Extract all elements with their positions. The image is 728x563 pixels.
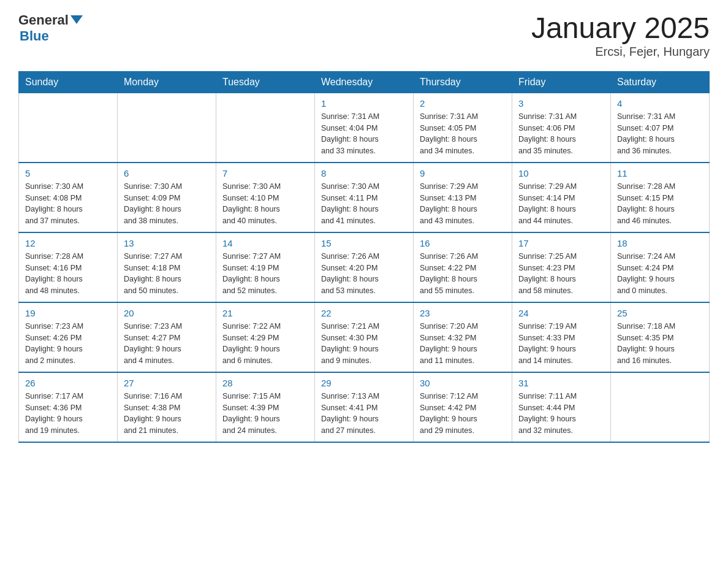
calendar-cell: 19Sunrise: 7:23 AM Sunset: 4:26 PM Dayli… bbox=[19, 302, 118, 372]
weekday-header-friday: Friday bbox=[512, 71, 611, 93]
day-info: Sunrise: 7:26 AM Sunset: 4:20 PM Dayligh… bbox=[321, 251, 407, 297]
day-number: 5 bbox=[25, 168, 111, 178]
page-header: General Blue January 2025 Ercsi, Fejer, … bbox=[18, 12, 710, 59]
calendar-cell: 4Sunrise: 7:31 AM Sunset: 4:07 PM Daylig… bbox=[611, 93, 710, 163]
day-info: Sunrise: 7:23 AM Sunset: 4:27 PM Dayligh… bbox=[124, 321, 210, 367]
calendar-cell: 8Sunrise: 7:30 AM Sunset: 4:11 PM Daylig… bbox=[315, 163, 414, 232]
day-info: Sunrise: 7:23 AM Sunset: 4:26 PM Dayligh… bbox=[25, 321, 111, 367]
day-number: 16 bbox=[420, 238, 506, 248]
calendar-cell: 1Sunrise: 7:31 AM Sunset: 4:04 PM Daylig… bbox=[315, 93, 414, 163]
calendar-cell: 23Sunrise: 7:20 AM Sunset: 4:32 PM Dayli… bbox=[414, 302, 512, 372]
day-number: 10 bbox=[518, 168, 604, 178]
day-number: 13 bbox=[124, 238, 210, 248]
day-info: Sunrise: 7:21 AM Sunset: 4:30 PM Dayligh… bbox=[321, 321, 407, 367]
weekday-header-monday: Monday bbox=[118, 71, 216, 93]
logo: General Blue bbox=[18, 12, 83, 44]
logo-blue-text: Blue bbox=[20, 28, 49, 44]
day-info: Sunrise: 7:30 AM Sunset: 4:09 PM Dayligh… bbox=[124, 181, 210, 227]
day-info: Sunrise: 7:31 AM Sunset: 4:05 PM Dayligh… bbox=[420, 111, 506, 157]
day-info: Sunrise: 7:15 AM Sunset: 4:39 PM Dayligh… bbox=[222, 391, 308, 437]
calendar-header: SundayMondayTuesdayWednesdayThursdayFrid… bbox=[19, 71, 710, 93]
day-info: Sunrise: 7:31 AM Sunset: 4:07 PM Dayligh… bbox=[617, 111, 703, 157]
day-number: 27 bbox=[124, 378, 210, 388]
day-number: 8 bbox=[321, 168, 407, 178]
calendar-cell: 24Sunrise: 7:19 AM Sunset: 4:33 PM Dayli… bbox=[512, 302, 611, 372]
day-info: Sunrise: 7:13 AM Sunset: 4:41 PM Dayligh… bbox=[321, 391, 407, 437]
day-info: Sunrise: 7:12 AM Sunset: 4:42 PM Dayligh… bbox=[420, 391, 506, 437]
day-info: Sunrise: 7:24 AM Sunset: 4:24 PM Dayligh… bbox=[617, 251, 703, 297]
day-info: Sunrise: 7:19 AM Sunset: 4:33 PM Dayligh… bbox=[518, 321, 604, 367]
weekday-header-saturday: Saturday bbox=[611, 71, 710, 93]
calendar-body: 1Sunrise: 7:31 AM Sunset: 4:04 PM Daylig… bbox=[19, 93, 710, 442]
day-info: Sunrise: 7:29 AM Sunset: 4:13 PM Dayligh… bbox=[420, 181, 506, 227]
day-number: 4 bbox=[617, 98, 703, 109]
calendar-cell: 18Sunrise: 7:24 AM Sunset: 4:24 PM Dayli… bbox=[611, 232, 710, 302]
weekday-header-sunday: Sunday bbox=[19, 71, 118, 93]
day-number: 3 bbox=[518, 98, 604, 109]
calendar-cell: 9Sunrise: 7:29 AM Sunset: 4:13 PM Daylig… bbox=[414, 163, 512, 232]
day-info: Sunrise: 7:30 AM Sunset: 4:08 PM Dayligh… bbox=[25, 181, 111, 227]
calendar-cell: 27Sunrise: 7:16 AM Sunset: 4:38 PM Dayli… bbox=[118, 372, 216, 442]
day-info: Sunrise: 7:11 AM Sunset: 4:44 PM Dayligh… bbox=[518, 391, 604, 437]
calendar-cell: 7Sunrise: 7:30 AM Sunset: 4:10 PM Daylig… bbox=[216, 163, 315, 232]
calendar-cell: 15Sunrise: 7:26 AM Sunset: 4:20 PM Dayli… bbox=[315, 232, 414, 302]
calendar-subtitle: Ercsi, Fejer, Hungary bbox=[531, 45, 710, 59]
day-info: Sunrise: 7:29 AM Sunset: 4:14 PM Dayligh… bbox=[518, 181, 604, 227]
day-info: Sunrise: 7:16 AM Sunset: 4:38 PM Dayligh… bbox=[124, 391, 210, 437]
day-number: 26 bbox=[25, 378, 111, 388]
day-info: Sunrise: 7:22 AM Sunset: 4:29 PM Dayligh… bbox=[222, 321, 308, 367]
calendar-week-1: 1Sunrise: 7:31 AM Sunset: 4:04 PM Daylig… bbox=[19, 93, 710, 163]
calendar-week-2: 5Sunrise: 7:30 AM Sunset: 4:08 PM Daylig… bbox=[19, 163, 710, 232]
calendar-cell: 5Sunrise: 7:30 AM Sunset: 4:08 PM Daylig… bbox=[19, 163, 118, 232]
day-info: Sunrise: 7:25 AM Sunset: 4:23 PM Dayligh… bbox=[518, 251, 604, 297]
day-info: Sunrise: 7:30 AM Sunset: 4:10 PM Dayligh… bbox=[222, 181, 308, 227]
calendar-week-3: 12Sunrise: 7:28 AM Sunset: 4:16 PM Dayli… bbox=[19, 232, 710, 302]
day-number: 20 bbox=[124, 308, 210, 318]
calendar-cell bbox=[611, 372, 710, 442]
calendar-cell: 10Sunrise: 7:29 AM Sunset: 4:14 PM Dayli… bbox=[512, 163, 611, 232]
calendar-cell: 30Sunrise: 7:12 AM Sunset: 4:42 PM Dayli… bbox=[414, 372, 512, 442]
calendar-cell bbox=[118, 93, 216, 163]
calendar-cell: 29Sunrise: 7:13 AM Sunset: 4:41 PM Dayli… bbox=[315, 372, 414, 442]
day-number: 18 bbox=[617, 238, 703, 248]
day-info: Sunrise: 7:18 AM Sunset: 4:35 PM Dayligh… bbox=[617, 321, 703, 367]
day-info: Sunrise: 7:26 AM Sunset: 4:22 PM Dayligh… bbox=[420, 251, 506, 297]
day-info: Sunrise: 7:31 AM Sunset: 4:06 PM Dayligh… bbox=[518, 111, 604, 157]
day-info: Sunrise: 7:27 AM Sunset: 4:19 PM Dayligh… bbox=[222, 251, 308, 297]
weekday-header-row: SundayMondayTuesdayWednesdayThursdayFrid… bbox=[19, 71, 710, 93]
day-number: 12 bbox=[25, 238, 111, 248]
calendar-cell: 11Sunrise: 7:28 AM Sunset: 4:15 PM Dayli… bbox=[611, 163, 710, 232]
calendar-cell: 26Sunrise: 7:17 AM Sunset: 4:36 PM Dayli… bbox=[19, 372, 118, 442]
day-info: Sunrise: 7:28 AM Sunset: 4:15 PM Dayligh… bbox=[617, 181, 703, 227]
calendar-week-5: 26Sunrise: 7:17 AM Sunset: 4:36 PM Dayli… bbox=[19, 372, 710, 442]
calendar-cell: 20Sunrise: 7:23 AM Sunset: 4:27 PM Dayli… bbox=[118, 302, 216, 372]
calendar-table: SundayMondayTuesdayWednesdayThursdayFrid… bbox=[18, 71, 710, 443]
weekday-header-tuesday: Tuesday bbox=[216, 71, 315, 93]
calendar-cell: 25Sunrise: 7:18 AM Sunset: 4:35 PM Dayli… bbox=[611, 302, 710, 372]
day-number: 6 bbox=[124, 168, 210, 178]
calendar-cell: 6Sunrise: 7:30 AM Sunset: 4:09 PM Daylig… bbox=[118, 163, 216, 232]
day-info: Sunrise: 7:27 AM Sunset: 4:18 PM Dayligh… bbox=[124, 251, 210, 297]
day-number: 1 bbox=[321, 98, 407, 109]
day-number: 28 bbox=[222, 378, 308, 388]
day-number: 24 bbox=[518, 308, 604, 318]
day-number: 25 bbox=[617, 308, 703, 318]
day-number: 30 bbox=[420, 378, 506, 388]
calendar-cell: 2Sunrise: 7:31 AM Sunset: 4:05 PM Daylig… bbox=[414, 93, 512, 163]
day-info: Sunrise: 7:17 AM Sunset: 4:36 PM Dayligh… bbox=[25, 391, 111, 437]
calendar-cell: 17Sunrise: 7:25 AM Sunset: 4:23 PM Dayli… bbox=[512, 232, 611, 302]
calendar-cell: 14Sunrise: 7:27 AM Sunset: 4:19 PM Dayli… bbox=[216, 232, 315, 302]
day-number: 23 bbox=[420, 308, 506, 318]
day-number: 11 bbox=[617, 168, 703, 178]
day-number: 21 bbox=[222, 308, 308, 318]
calendar-cell: 22Sunrise: 7:21 AM Sunset: 4:30 PM Dayli… bbox=[315, 302, 414, 372]
calendar-title: January 2025 bbox=[531, 12, 710, 45]
day-info: Sunrise: 7:28 AM Sunset: 4:16 PM Dayligh… bbox=[25, 251, 111, 297]
calendar-cell: 3Sunrise: 7:31 AM Sunset: 4:06 PM Daylig… bbox=[512, 93, 611, 163]
day-number: 14 bbox=[222, 238, 308, 248]
day-info: Sunrise: 7:30 AM Sunset: 4:11 PM Dayligh… bbox=[321, 181, 407, 227]
logo-general-text: General bbox=[18, 12, 69, 28]
day-info: Sunrise: 7:31 AM Sunset: 4:04 PM Dayligh… bbox=[321, 111, 407, 157]
calendar-cell bbox=[19, 93, 118, 163]
weekday-header-wednesday: Wednesday bbox=[315, 71, 414, 93]
